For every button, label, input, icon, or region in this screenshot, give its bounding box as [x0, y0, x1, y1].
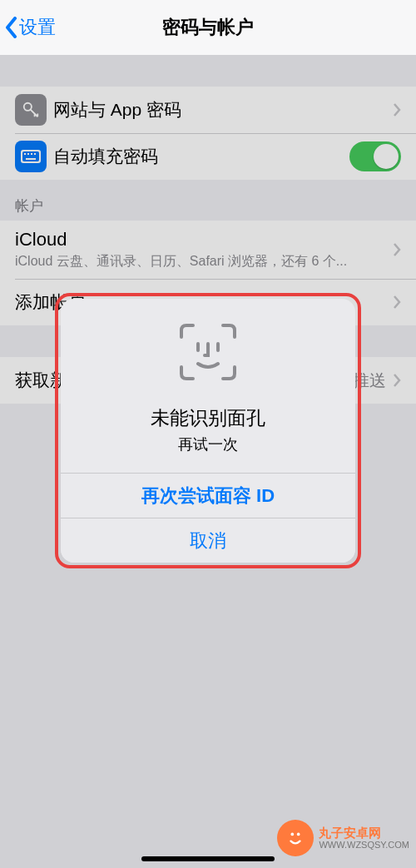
- dialog-title: 未能识别面孔: [77, 405, 339, 431]
- faceid-icon: [178, 322, 238, 382]
- dialog-subtitle: 再试一次: [77, 434, 339, 454]
- svg-point-10: [291, 833, 295, 836]
- watermark-url: WWW.WZSQSY.COM: [319, 840, 409, 851]
- watermark: 丸子安卓网 WWW.WZSQSY.COM: [277, 820, 409, 856]
- back-label: 设置: [19, 15, 56, 40]
- back-button[interactable]: 设置: [5, 0, 56, 55]
- cancel-button[interactable]: 取消: [61, 518, 355, 563]
- watermark-logo-icon: [277, 820, 314, 856]
- annotation-highlight: 未能识别面孔 再试一次 再次尝试面容 ID 取消: [55, 293, 361, 568]
- retry-faceid-button[interactable]: 再次尝试面容 ID: [61, 473, 355, 518]
- svg-point-11: [297, 833, 300, 836]
- faceid-dialog: 未能识别面孔 再试一次 再次尝试面容 ID 取消: [61, 299, 355, 563]
- chevron-left-icon: [5, 17, 17, 38]
- nav-bar: 设置 密码与帐户: [0, 0, 416, 55]
- home-indicator: [141, 856, 275, 861]
- watermark-title: 丸子安卓网: [319, 826, 409, 840]
- page-title: 密码与帐户: [162, 15, 254, 40]
